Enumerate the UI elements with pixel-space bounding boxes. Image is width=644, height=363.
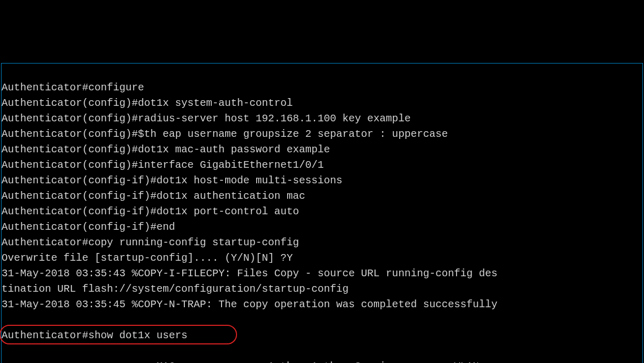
terminal-line: Overwrite file [startup-config].... (Y/N…	[2, 252, 293, 264]
terminal-line: 31-May-2018 03:35:45 %COPY-N-TRAP: The c…	[2, 298, 497, 310]
terminal-line: Authenticator(config)#radius-server host…	[2, 113, 411, 124]
terminal-line: Authenticator(config-if)#dot1x authentic…	[2, 190, 305, 202]
terminal-line: 31-May-2018 03:35:43 %COPY-I-FILECPY: Fi…	[2, 267, 497, 279]
highlighted-command: Authenticator#show dot1x users	[2, 329, 187, 341]
terminal-line: tination URL flash://system/configuratio…	[2, 283, 349, 295]
terminal-line: Authenticator(config)#dot1x mac-auth pas…	[2, 144, 330, 155]
terminal-window[interactable]: Authenticator#configure Authenticator(co…	[1, 63, 643, 363]
terminal-line: Authenticator(config-if)#end	[2, 221, 175, 233]
terminal-line: Authenticator(config)#interface GigabitE…	[2, 159, 324, 171]
terminal-line: Authenticator(config-if)#dot1x host-mode…	[2, 175, 342, 186]
terminal-line: Authenticator#configure	[2, 82, 144, 93]
terminal-line: Authenticator(config)#dot1x system-auth-…	[2, 97, 293, 109]
terminal-line: Authenticator#copy running-config startu…	[2, 236, 299, 248]
terminal-line: Authenticator(config)#$th eap username g…	[2, 128, 448, 140]
highlighted-command-box: Authenticator#show dot1x users	[2, 328, 187, 343]
table-header-1: MAC Auth Auth Session VLAN	[2, 360, 479, 363]
terminal-line: Authenticator(config-if)#dot1x port-cont…	[2, 206, 299, 217]
